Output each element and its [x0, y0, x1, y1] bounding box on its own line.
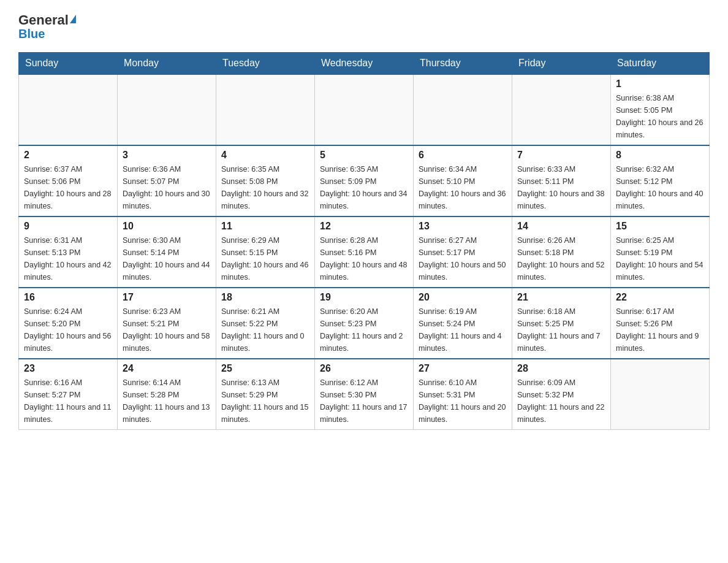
- page-header: General Blue: [18, 12, 710, 41]
- calendar-cell: [216, 74, 315, 145]
- day-number: 24: [123, 363, 211, 374]
- logo-blue-text: Blue: [18, 27, 45, 41]
- calendar-cell: [414, 74, 512, 145]
- calendar-cell: 14Sunrise: 6:26 AMSunset: 5:18 PMDayligh…: [512, 216, 611, 288]
- week-row: 1Sunrise: 6:38 AMSunset: 5:05 PMDaylight…: [19, 74, 710, 145]
- calendar-cell: 3Sunrise: 6:36 AMSunset: 5:07 PMDaylight…: [118, 145, 216, 216]
- day-info: Sunrise: 6:29 AMSunset: 5:15 PMDaylight:…: [221, 234, 309, 283]
- calendar-cell: 12Sunrise: 6:28 AMSunset: 5:16 PMDayligh…: [315, 216, 414, 288]
- day-number: 3: [123, 150, 211, 161]
- day-info: Sunrise: 6:36 AMSunset: 5:07 PMDaylight:…: [123, 163, 211, 212]
- calendar-cell: 6Sunrise: 6:34 AMSunset: 5:10 PMDaylight…: [414, 145, 512, 216]
- calendar-cell: 2Sunrise: 6:37 AMSunset: 5:06 PMDaylight…: [19, 145, 118, 216]
- day-number: 28: [517, 363, 605, 374]
- calendar-cell: 20Sunrise: 6:19 AMSunset: 5:24 PMDayligh…: [414, 288, 512, 359]
- day-number: 2: [24, 150, 112, 161]
- day-info: Sunrise: 6:30 AMSunset: 5:14 PMDaylight:…: [123, 234, 211, 283]
- day-of-week-header: Monday: [118, 53, 216, 75]
- calendar-cell: [19, 74, 118, 145]
- day-number: 22: [616, 292, 704, 303]
- day-number: 21: [517, 292, 605, 303]
- day-number: 12: [320, 221, 408, 232]
- day-info: Sunrise: 6:28 AMSunset: 5:16 PMDaylight:…: [320, 234, 408, 283]
- day-number: 1: [616, 79, 704, 90]
- day-info: Sunrise: 6:27 AMSunset: 5:17 PMDaylight:…: [419, 234, 507, 283]
- day-info: Sunrise: 6:31 AMSunset: 5:13 PMDaylight:…: [24, 234, 112, 283]
- day-info: Sunrise: 6:23 AMSunset: 5:21 PMDaylight:…: [123, 305, 211, 354]
- day-info: Sunrise: 6:38 AMSunset: 5:05 PMDaylight:…: [616, 92, 704, 141]
- calendar-cell: 1Sunrise: 6:38 AMSunset: 5:05 PMDaylight…: [611, 74, 710, 145]
- calendar-cell: 26Sunrise: 6:12 AMSunset: 5:30 PMDayligh…: [315, 359, 414, 430]
- day-number: 7: [517, 150, 605, 161]
- day-number: 23: [24, 363, 112, 374]
- day-of-week-header: Wednesday: [315, 53, 414, 75]
- calendar-cell: [315, 74, 414, 145]
- day-info: Sunrise: 6:33 AMSunset: 5:11 PMDaylight:…: [517, 163, 605, 212]
- day-number: 18: [221, 292, 309, 303]
- day-info: Sunrise: 6:24 AMSunset: 5:20 PMDaylight:…: [24, 305, 112, 354]
- day-info: Sunrise: 6:17 AMSunset: 5:26 PMDaylight:…: [616, 305, 704, 354]
- day-number: 13: [419, 221, 507, 232]
- day-number: 17: [123, 292, 211, 303]
- calendar-cell: 27Sunrise: 6:10 AMSunset: 5:31 PMDayligh…: [414, 359, 512, 430]
- day-info: Sunrise: 6:25 AMSunset: 5:19 PMDaylight:…: [616, 234, 704, 283]
- calendar-cell: 4Sunrise: 6:35 AMSunset: 5:08 PMDaylight…: [216, 145, 315, 216]
- day-info: Sunrise: 6:32 AMSunset: 5:12 PMDaylight:…: [616, 163, 704, 212]
- calendar-header-row: SundayMondayTuesdayWednesdayThursdayFrid…: [19, 53, 710, 75]
- day-number: 16: [24, 292, 112, 303]
- day-info: Sunrise: 6:16 AMSunset: 5:27 PMDaylight:…: [24, 377, 112, 426]
- day-of-week-header: Sunday: [19, 53, 118, 75]
- calendar-cell: 21Sunrise: 6:18 AMSunset: 5:25 PMDayligh…: [512, 288, 611, 359]
- day-number: 11: [221, 221, 309, 232]
- day-number: 26: [320, 363, 408, 374]
- calendar-cell: 23Sunrise: 6:16 AMSunset: 5:27 PMDayligh…: [19, 359, 118, 430]
- day-number: 9: [24, 221, 112, 232]
- day-info: Sunrise: 6:14 AMSunset: 5:28 PMDaylight:…: [123, 377, 211, 426]
- calendar-cell: 15Sunrise: 6:25 AMSunset: 5:19 PMDayligh…: [611, 216, 710, 288]
- day-info: Sunrise: 6:13 AMSunset: 5:29 PMDaylight:…: [221, 377, 309, 426]
- day-info: Sunrise: 6:19 AMSunset: 5:24 PMDaylight:…: [419, 305, 507, 354]
- calendar-cell: 9Sunrise: 6:31 AMSunset: 5:13 PMDaylight…: [19, 216, 118, 288]
- calendar-cell: 28Sunrise: 6:09 AMSunset: 5:32 PMDayligh…: [512, 359, 611, 430]
- day-info: Sunrise: 6:12 AMSunset: 5:30 PMDaylight:…: [320, 377, 408, 426]
- logo-general-text: General: [18, 12, 69, 28]
- day-of-week-header: Saturday: [611, 53, 710, 75]
- day-info: Sunrise: 6:34 AMSunset: 5:10 PMDaylight:…: [419, 163, 507, 212]
- day-number: 20: [419, 292, 507, 303]
- calendar-cell: 7Sunrise: 6:33 AMSunset: 5:11 PMDaylight…: [512, 145, 611, 216]
- logo: General Blue: [18, 12, 76, 41]
- day-info: Sunrise: 6:10 AMSunset: 5:31 PMDaylight:…: [419, 377, 507, 426]
- calendar-cell: [611, 359, 710, 430]
- day-info: Sunrise: 6:35 AMSunset: 5:09 PMDaylight:…: [320, 163, 408, 212]
- calendar-cell: 22Sunrise: 6:17 AMSunset: 5:26 PMDayligh…: [611, 288, 710, 359]
- day-number: 14: [517, 221, 605, 232]
- day-number: 25: [221, 363, 309, 374]
- calendar-table: SundayMondayTuesdayWednesdayThursdayFrid…: [18, 52, 710, 430]
- week-row: 16Sunrise: 6:24 AMSunset: 5:20 PMDayligh…: [19, 288, 710, 359]
- day-number: 8: [616, 150, 704, 161]
- calendar-cell: 16Sunrise: 6:24 AMSunset: 5:20 PMDayligh…: [19, 288, 118, 359]
- day-info: Sunrise: 6:20 AMSunset: 5:23 PMDaylight:…: [320, 305, 408, 354]
- day-info: Sunrise: 6:35 AMSunset: 5:08 PMDaylight:…: [221, 163, 309, 212]
- day-info: Sunrise: 6:21 AMSunset: 5:22 PMDaylight:…: [221, 305, 309, 354]
- day-of-week-header: Tuesday: [216, 53, 315, 75]
- week-row: 23Sunrise: 6:16 AMSunset: 5:27 PMDayligh…: [19, 359, 710, 430]
- calendar-cell: 24Sunrise: 6:14 AMSunset: 5:28 PMDayligh…: [118, 359, 216, 430]
- week-row: 9Sunrise: 6:31 AMSunset: 5:13 PMDaylight…: [19, 216, 710, 288]
- logo-triangle-icon: [70, 15, 76, 23]
- calendar-cell: 17Sunrise: 6:23 AMSunset: 5:21 PMDayligh…: [118, 288, 216, 359]
- day-number: 15: [616, 221, 704, 232]
- day-number: 4: [221, 150, 309, 161]
- calendar-cell: [118, 74, 216, 145]
- calendar-cell: 5Sunrise: 6:35 AMSunset: 5:09 PMDaylight…: [315, 145, 414, 216]
- day-of-week-header: Thursday: [414, 53, 512, 75]
- day-number: 6: [419, 150, 507, 161]
- day-info: Sunrise: 6:09 AMSunset: 5:32 PMDaylight:…: [517, 377, 605, 426]
- calendar-cell: 19Sunrise: 6:20 AMSunset: 5:23 PMDayligh…: [315, 288, 414, 359]
- calendar-cell: 11Sunrise: 6:29 AMSunset: 5:15 PMDayligh…: [216, 216, 315, 288]
- day-number: 10: [123, 221, 211, 232]
- day-of-week-header: Friday: [512, 53, 611, 75]
- day-info: Sunrise: 6:37 AMSunset: 5:06 PMDaylight:…: [24, 163, 112, 212]
- day-info: Sunrise: 6:26 AMSunset: 5:18 PMDaylight:…: [517, 234, 605, 283]
- calendar-cell: 10Sunrise: 6:30 AMSunset: 5:14 PMDayligh…: [118, 216, 216, 288]
